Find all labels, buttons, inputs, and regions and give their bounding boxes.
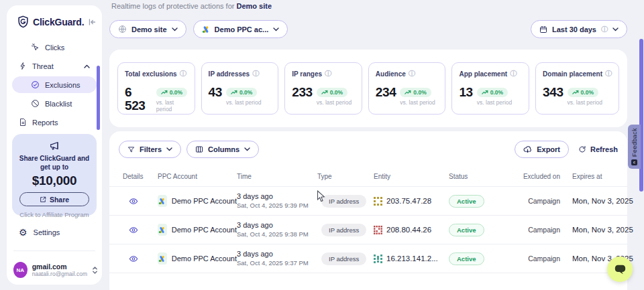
sidebar-nav: Clicks Threat Exclusions Blacklist [7, 39, 102, 131]
page-subtitle: Realtime logs of protective actions for … [111, 2, 272, 10]
delta-badge: 0.0% [156, 88, 187, 97]
stat-label: App placement [459, 70, 507, 78]
sidebar-item-clicks[interactable]: Clicks [12, 39, 97, 56]
stat-card-ip-addresses: IP addressesⓘ 43 0.0% vs. last period [201, 62, 279, 115]
stat-card-total-exclusions: Total exclusionsⓘ 6 523 0.0% vs. last pe… [117, 62, 195, 115]
column-header-details[interactable]: Details [123, 173, 158, 181]
info-icon[interactable]: ⓘ [409, 69, 415, 78]
ppc-account-name: Demo PPC Account [172, 255, 237, 263]
google-ads-icon [158, 224, 167, 236]
table-row-partial [109, 273, 627, 290]
column-header-time[interactable]: Time [237, 173, 317, 181]
brand-shield-icon [17, 15, 29, 28]
filter-bar: Demo site Demo PPC ac... Last 30 days ⓘ [109, 20, 627, 38]
sidebar-item-label: Blacklist [45, 100, 72, 108]
site-selector[interactable]: Demo site [109, 20, 186, 38]
view-details-eye-icon[interactable] [128, 197, 139, 206]
ppc-account-name: Demo PPC Account [172, 197, 237, 205]
chevron-down-icon [172, 27, 178, 31]
sidebar-item-label: Clicks [45, 44, 64, 52]
info-icon[interactable]: ⓘ [605, 69, 612, 78]
share-button-label: Share [50, 196, 69, 204]
gear-icon: ⚙ [19, 228, 28, 237]
expires-at-value: Mon, Nov 3, 2025 [560, 226, 622, 234]
table-row[interactable]: Demo PPC Account 3 days ago Sat, Oct 4, … [109, 244, 627, 273]
sidebar-item-reports[interactable]: Reports [12, 114, 97, 131]
user-menu-chevrons-icon[interactable] [92, 266, 98, 275]
cloud-download-icon [523, 145, 532, 154]
info-icon[interactable]: ⓘ [180, 69, 186, 78]
sidebar-item-label: Reports [32, 119, 58, 127]
stat-value: 13 [459, 86, 472, 99]
time-absolute: Sat, Oct 4, 2025 9:38 PM [237, 230, 317, 238]
time-relative: 3 days ago [237, 192, 317, 201]
entity-value: 208.80.44.26 [386, 226, 431, 234]
sidebar-item-threat[interactable]: Threat [12, 58, 97, 74]
sidebar-item-exclusions[interactable]: Exclusions [12, 76, 97, 93]
status-badge: Active [449, 252, 484, 265]
column-header-entity[interactable]: Entity [374, 173, 449, 181]
stat-value: 233 [292, 86, 313, 99]
stat-card-app-placement: App placementⓘ 13 0.0% vs. last period [451, 62, 529, 115]
settings-label: Settings [34, 228, 60, 236]
view-details-eye-icon[interactable] [128, 226, 139, 234]
chat-widget-button[interactable] [607, 257, 633, 282]
filters-button[interactable]: Filters [119, 141, 181, 158]
info-icon[interactable]: ⓘ [510, 69, 517, 78]
blacklist-ban-icon [31, 99, 40, 108]
info-icon[interactable]: ⓘ [252, 69, 259, 78]
column-header-expires-at[interactable]: Expires at [560, 173, 622, 181]
stat-value: 6 523 [125, 86, 152, 113]
sidebar-item-settings[interactable]: ⚙ Settings [19, 228, 60, 237]
ppc-account-selector[interactable]: Demo PPC ac... [193, 20, 288, 38]
share-button[interactable]: Share [19, 192, 89, 206]
stat-card-domain-placement: Domain placementⓘ 343 0.0% vs. last peri… [535, 62, 619, 115]
sidebar-item-blacklist[interactable]: Blacklist [12, 95, 97, 112]
feedback-tab[interactable]: Feedback c [628, 125, 641, 169]
user-account[interactable]: NA gmail.com naatali.ro@gmail.com [13, 262, 98, 278]
brand-name: ClickGuard. [33, 17, 84, 27]
column-header-excluded-on[interactable]: Excluded on [517, 173, 560, 181]
type-badge: IP address [321, 252, 366, 265]
time-absolute: Sat, Oct 4, 2025 9:37 PM [237, 259, 317, 267]
subtitle-text: Realtime logs of protective actions for [111, 2, 234, 10]
delta-badge: 0.0% [400, 88, 431, 97]
user-avatar: NA [13, 262, 28, 278]
view-details-eye-icon[interactable] [128, 255, 139, 263]
type-badge: IP address [321, 224, 366, 236]
refresh-button[interactable]: Refresh [578, 145, 618, 153]
column-header-status[interactable]: Status [449, 173, 517, 181]
refresh-icon [578, 145, 586, 153]
google-ads-icon [202, 25, 210, 33]
delta-badge: 0.0% [477, 88, 508, 97]
expires-at-value: Mon, Nov 3, 2025 [560, 197, 622, 205]
user-meta: gmail.com naatali.ro@gmail.com [32, 263, 87, 278]
stat-label: IP ranges [292, 70, 322, 78]
collapse-sidebar-icon[interactable] [88, 18, 97, 26]
export-button[interactable]: Export [515, 141, 569, 158]
google-ads-icon [158, 195, 167, 207]
table-row[interactable]: Demo PPC Account 3 days ago Sat, Oct 4, … [109, 186, 627, 215]
stat-card-ip-ranges: IP rangesⓘ 233 0.0% vs. last period [284, 62, 362, 115]
affiliate-promo-card[interactable]: Share ClickGuard and get up to $10,000 S… [12, 134, 97, 216]
delta-badge: 0.0% [317, 88, 347, 97]
external-link-icon [40, 196, 46, 203]
info-icon[interactable]: ⓘ [325, 69, 331, 78]
ppc-account-name: Demo PPC Account [172, 226, 237, 234]
main-content: Realtime logs of protective actions for … [109, 0, 627, 290]
chevron-up-icon[interactable] [84, 64, 90, 68]
affiliate-link-label[interactable]: Click to Affiliate Program [12, 211, 97, 218]
export-button-label: Export [537, 145, 560, 153]
excluded-on-value: Campaign [517, 197, 560, 205]
status-badge: Active [449, 224, 484, 236]
date-range-selector[interactable]: Last 30 days ⓘ [531, 20, 627, 38]
sidebar-divider [13, 250, 95, 251]
feedback-tab-label: Feedback [631, 128, 638, 157]
stat-sub-label: vs. last period [477, 99, 512, 106]
column-header-type[interactable]: Type [317, 173, 374, 181]
column-header-ppc-account[interactable]: PPC Account [158, 173, 237, 181]
stat-value: 343 [543, 86, 564, 99]
sidebar-scrollbar[interactable] [97, 66, 100, 130]
table-row[interactable]: Demo PPC Account 3 days ago Sat, Oct 4, … [109, 215, 627, 244]
columns-button[interactable]: Columns [186, 141, 259, 158]
